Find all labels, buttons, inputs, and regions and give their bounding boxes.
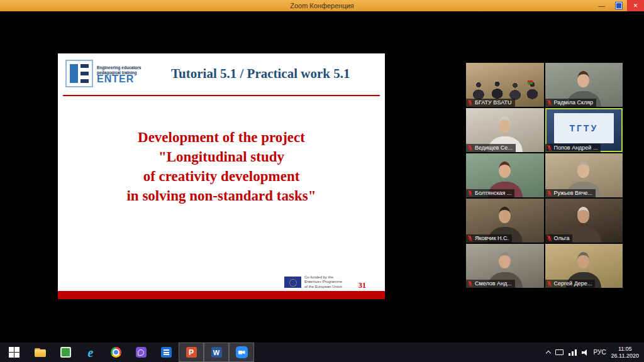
participant-name: Радміла Скляр xyxy=(554,99,594,107)
zoom-window: Zoom Конференция — ✕ Engineering educato… xyxy=(0,0,644,362)
header-divider xyxy=(63,95,380,96)
slide-body-line: of creativity development xyxy=(58,167,385,186)
eu-funding-line: Co-funded by the xyxy=(304,275,342,280)
slide-body-line: in solving non-standard tasks" xyxy=(58,186,385,206)
word-taskbar-button[interactable] xyxy=(204,343,229,362)
tray-time: 11:05 xyxy=(611,346,639,353)
taskbar-icons xyxy=(28,343,254,362)
touch-keyboard-icon[interactable] xyxy=(555,349,564,355)
clock[interactable]: 11:05 26.11.2020 xyxy=(611,346,639,359)
blue-app-taskbar-button[interactable] xyxy=(153,343,179,362)
muted-mic-icon xyxy=(467,235,473,242)
eu-funding-text: Co-funded by the Erasmus+ Programme of t… xyxy=(304,275,342,290)
viber-taskbar-button[interactable] xyxy=(128,343,153,362)
word-icon xyxy=(210,346,223,359)
participant-tile[interactable]: Ведищев Се... xyxy=(466,108,544,152)
participant-tile[interactable]: Смелов Анд... xyxy=(466,244,544,288)
participant-tile[interactable]: Радміла Скляр xyxy=(545,63,623,107)
participant-name-label: Попов Андрей ... xyxy=(545,144,601,152)
restore-icon xyxy=(616,3,622,9)
participant-name-label: Ведищев Се... xyxy=(466,144,516,152)
explorer-taskbar-button[interactable] xyxy=(28,343,53,362)
slide-page-number: 31 xyxy=(358,281,366,290)
participant-name: Смелов Анд... xyxy=(475,280,512,288)
restore-button[interactable] xyxy=(610,0,627,11)
chrome-taskbar-button[interactable] xyxy=(103,343,128,362)
participant-name-label: Яковчик Н.С. xyxy=(466,234,512,243)
slide-body-line: "Longitudinal study xyxy=(58,147,385,167)
window-title: Zoom Конференция xyxy=(0,2,644,9)
zoom-icon xyxy=(235,346,248,359)
slide-body-line: Development of the project xyxy=(58,128,385,147)
muted-mic-icon xyxy=(547,235,552,242)
muted-mic-icon xyxy=(467,145,473,151)
internet-explorer-taskbar-button[interactable] xyxy=(78,343,103,362)
participant-tile[interactable]: БГАТУ BSATU xyxy=(466,63,544,107)
participant-tile[interactable]: Ружьев Вяче... xyxy=(545,153,623,197)
green-app-icon xyxy=(59,346,72,359)
blue-app-icon xyxy=(160,346,172,359)
volume-icon[interactable] xyxy=(582,349,589,356)
tray-date: 26.11.2020 xyxy=(611,353,639,359)
participant-name: БГАТУ BSATU xyxy=(475,99,512,107)
green-app-taskbar-button[interactable] xyxy=(53,343,78,362)
participant-name: Ведищев Се... xyxy=(475,144,513,152)
participant-name-label: Сергей Дере... xyxy=(545,280,596,288)
participant-name: Попов Андрей ... xyxy=(554,144,598,152)
participant-grid: БГАТУ BSATU Радміла Скляр xyxy=(466,63,623,288)
participant-name-label: Радміла Скляр xyxy=(545,99,597,107)
enter-logo: Engineering educators pedagogical traini… xyxy=(65,60,141,87)
enter-logo-icon xyxy=(65,60,93,87)
windows-logo-icon xyxy=(9,347,19,358)
presentation-slide: Engineering educators pedagogical traini… xyxy=(58,53,385,299)
viber-icon xyxy=(135,346,147,359)
participant-name: Яковчик Н.С. xyxy=(475,234,509,243)
language-indicator[interactable]: РУС xyxy=(594,349,606,356)
internet-explorer-icon xyxy=(84,346,97,359)
muted-mic-icon xyxy=(547,280,552,287)
participant-name-label: Болтянская ... xyxy=(466,189,514,197)
slide-header: Engineering educators pedagogical traini… xyxy=(58,53,385,87)
participant-tile[interactable]: Ольга xyxy=(545,199,623,243)
network-icon[interactable] xyxy=(569,349,577,356)
participant-name: Ольга xyxy=(554,234,570,243)
participant-name-label: Ружьев Вяче... xyxy=(545,189,596,197)
participant-name-label: Смелов Анд... xyxy=(466,280,515,288)
muted-mic-icon xyxy=(467,280,473,287)
slide-body: Development of the project "Longitudinal… xyxy=(58,128,385,206)
participant-tile[interactable]: Болтянская ... xyxy=(466,153,544,197)
participant-name-label: БГАТУ BSATU xyxy=(466,99,515,107)
participant-name: Ружьев Вяче... xyxy=(554,189,593,197)
muted-mic-icon xyxy=(467,190,473,197)
show-hidden-icons-chevron[interactable] xyxy=(545,351,550,356)
muted-mic-icon xyxy=(547,99,552,106)
slide-footer-bar xyxy=(58,291,385,299)
window-titlebar: Zoom Конференция — ✕ xyxy=(0,0,644,11)
muted-mic-icon xyxy=(467,99,473,106)
taskbar: РУС 11:05 26.11.2020 xyxy=(0,343,644,362)
participant-name: Болтянская ... xyxy=(475,189,511,197)
participant-tile[interactable]: Сергей Дере... xyxy=(545,244,623,288)
muted-mic-icon xyxy=(547,190,552,197)
close-button[interactable]: ✕ xyxy=(627,0,644,11)
logo-brand: ENTER xyxy=(97,77,141,82)
eu-flag-icon xyxy=(284,277,301,288)
eu-funding-block: Co-funded by the Erasmus+ Programme of t… xyxy=(284,275,342,290)
zoom-taskbar-button[interactable] xyxy=(229,343,254,362)
powerpoint-icon xyxy=(185,346,197,359)
eu-funding-line: Erasmus+ Programme xyxy=(304,280,342,285)
participant-tile[interactable]: ТГТУ Попов Андрей ... xyxy=(545,108,623,152)
explorer-icon xyxy=(34,346,47,359)
system-tray: РУС 11:05 26.11.2020 xyxy=(547,346,644,359)
eu-funding-line: of the European Union xyxy=(304,285,342,290)
minimize-button[interactable]: — xyxy=(593,0,610,11)
screen-share-content: ТГТУ xyxy=(554,113,614,143)
enter-logo-text: Engineering educators pedagogical traini… xyxy=(97,65,141,82)
slide-title: Tutorial 5.1 / Practical work 5.1 xyxy=(141,66,376,82)
window-controls: — ✕ xyxy=(593,0,644,11)
powerpoint-taskbar-button[interactable] xyxy=(179,343,204,362)
participant-name-label: Ольга xyxy=(545,234,573,243)
participant-tile[interactable]: Яковчик Н.С. xyxy=(466,199,544,243)
start-button[interactable] xyxy=(0,343,28,362)
participant-name: Сергей Дере... xyxy=(554,280,592,288)
